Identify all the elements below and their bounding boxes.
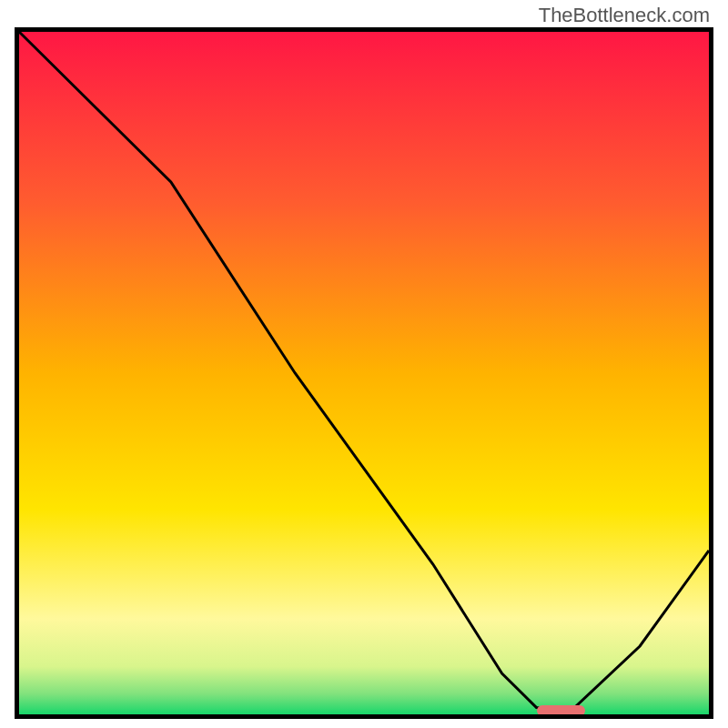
chart-plot-area (15, 27, 713, 719)
bottleneck-curve (19, 32, 709, 714)
watermark-text: TheBottleneck.com (539, 4, 710, 27)
optimal-marker (537, 705, 585, 716)
